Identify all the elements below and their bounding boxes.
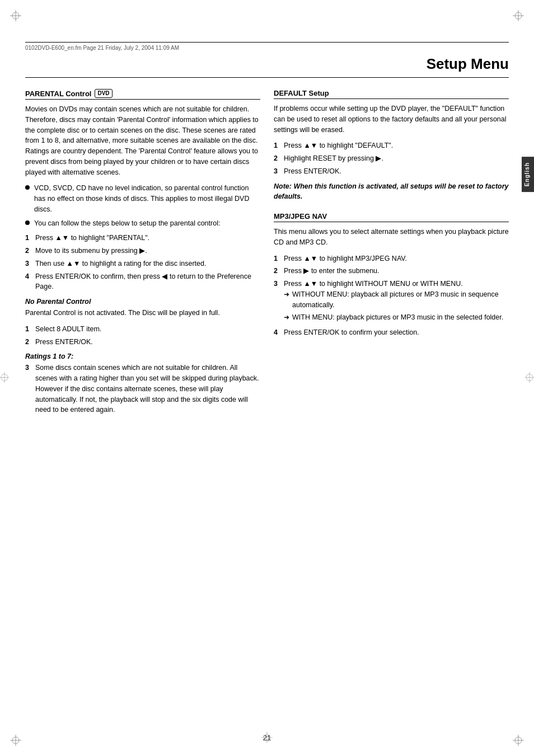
mp3-step-num-4: 4	[274, 327, 284, 338]
no-parental-step-num-1: 1	[25, 324, 35, 335]
mp3-step-num-1: 1	[274, 253, 284, 264]
mp3-jpeg-header: MP3/JPEG NAV	[274, 212, 509, 222]
step-4: 4 Press ENTER/OK to confirm, then press …	[25, 271, 260, 293]
ratings-steps: 3 Some discs contain scenes which are no…	[25, 363, 260, 415]
step-num-4: 4	[25, 271, 35, 282]
mp3-jpeg-title: MP3/JPEG NAV	[274, 212, 327, 220]
step-num-3: 3	[25, 259, 35, 269]
step-text-1: Press ▲▼ to highlight "PARENTAL".	[35, 233, 260, 243]
ratings-step-text-3: Some discs contain scenes which are not …	[35, 363, 260, 415]
default-setup-title: DEFAULT Setup	[274, 89, 329, 97]
mp3-step-num-2: 2	[274, 266, 284, 276]
step-num-2: 2	[25, 246, 35, 256]
no-parental-step-num-2: 2	[25, 337, 35, 348]
default-step-num-2: 2	[274, 153, 284, 164]
default-steps: 1 Press ▲▼ to highlight "DEFAULT". 2 Hig…	[274, 140, 509, 176]
default-setup-body: If problems occur while setting up the D…	[274, 104, 509, 135]
default-step-2: 2 Highlight RESET by pressing ▶.	[274, 153, 509, 164]
ratings-step-3: 3 Some discs contain scenes which are no…	[25, 363, 260, 415]
corner-mark-bl	[10, 735, 21, 746]
mp3-step-2: 2 Press ▶ to enter the submenu.	[274, 266, 509, 276]
parental-main-steps: 1 Press ▲▼ to highlight "PARENTAL". 2 Mo…	[25, 233, 260, 292]
page-title: Setup Menu	[427, 55, 509, 72]
bottom-cross-mark	[261, 732, 273, 745]
without-menu-text: WITHOUT MENU: playback all pictures or M…	[292, 289, 509, 311]
file-info: 0102DVD-E600_en.fm Page 21 Friday, July …	[25, 45, 509, 51]
mp3-step-text-2: Press ▶ to enter the submenu.	[284, 266, 509, 276]
left-column: PARENTAL Control DVD Movies on DVDs may …	[25, 89, 260, 420]
no-parental-header: No Parental Control	[25, 298, 260, 306]
page-title-container: Setup Menu	[25, 55, 509, 78]
content-columns: PARENTAL Control DVD Movies on DVDs may …	[25, 89, 509, 420]
mp3-step-text-3: Press ▲▼ to highlight WITHOUT MENU or WI…	[284, 279, 509, 325]
step-text-2: Move to its submenu by pressing ▶.	[35, 246, 260, 256]
no-parental-step-1: 1 Select 8 ADULT item.	[25, 324, 260, 335]
parental-intro-text: Movies on DVDs may contain scenes which …	[25, 104, 260, 177]
default-step-text-3: Press ENTER/OK.	[284, 166, 509, 177]
no-parental-step-text-2: Press ENTER/OK.	[35, 337, 260, 348]
default-setup-header: DEFAULT Setup	[274, 89, 509, 99]
bullet-text-2: You can follow the steps below to setup …	[34, 218, 220, 229]
edge-mark-right	[525, 372, 534, 384]
edge-mark-left	[0, 372, 9, 384]
corner-mark-tr	[513, 10, 524, 21]
default-step-num-3: 3	[274, 166, 284, 177]
step-text-3: Then use ▲▼ to highlight a rating for th…	[35, 259, 260, 269]
with-menu-text: WITH MENU: playback pictures or MP3 musi…	[292, 312, 503, 323]
bullet-item-2: You can follow the steps below to setup …	[25, 218, 260, 229]
mp3-step-1: 1 Press ▲▼ to highlight MP3/JPEG NAV.	[274, 253, 509, 264]
mp3-step-text-4: Press ENTER/OK to confirm your selection…	[284, 327, 509, 338]
arrow-bullet-with: ➜ WITH MENU: playback pictures or MP3 mu…	[284, 312, 509, 323]
bullet-dot-1	[25, 185, 30, 190]
language-tab: English	[522, 157, 534, 192]
bullet-dot-2	[25, 220, 30, 225]
arrow-bullet-without: ➜ WITHOUT MENU: playback all pictures or…	[284, 289, 509, 311]
bullet-text-1: VCD, SVCD, CD have no level indication, …	[34, 183, 260, 214]
mp3-step-text-1: Press ▲▼ to highlight MP3/JPEG NAV.	[284, 253, 509, 264]
mp3-step-num-3: 3	[274, 279, 284, 289]
arrow-ptr-without: ➜	[284, 289, 289, 299]
default-step-text-2: Highlight RESET by pressing ▶.	[284, 153, 509, 164]
bullet-item-1: VCD, SVCD, CD have no level indication, …	[25, 183, 260, 214]
step-text-4: Press ENTER/OK to confirm, then press ◀ …	[35, 271, 260, 293]
page-container: 0102DVD-E600_en.fm Page 21 Friday, July …	[0, 0, 534, 756]
no-parental-step-text-1: Select 8 ADULT item.	[35, 324, 260, 335]
step-1: 1 Press ▲▼ to highlight "PARENTAL".	[25, 233, 260, 243]
parental-control-header: PARENTAL Control DVD	[25, 89, 260, 100]
step-2: 2 Move to its submenu by pressing ▶.	[25, 246, 260, 256]
corner-mark-tl	[10, 10, 21, 21]
mp3-steps: 1 Press ▲▼ to highlight MP3/JPEG NAV. 2 …	[274, 253, 509, 338]
corner-mark-br	[513, 735, 524, 746]
mp3-step-3: 3 Press ▲▼ to highlight WITHOUT MENU or …	[274, 279, 509, 325]
step-num-1: 1	[25, 233, 35, 243]
default-note: Note: When this function is activated, a…	[274, 181, 509, 203]
ratings-header: Ratings 1 to 7:	[25, 353, 260, 360]
no-parental-body: Parental Control is not activated. The D…	[25, 308, 260, 318]
no-parental-steps: 1 Select 8 ADULT item. 2 Press ENTER/OK.	[25, 324, 260, 348]
parental-bullet-list: VCD, SVCD, CD have no level indication, …	[25, 183, 260, 228]
no-parental-step-2: 2 Press ENTER/OK.	[25, 337, 260, 348]
default-step-text-1: Press ▲▼ to highlight "DEFAULT".	[284, 140, 509, 151]
parental-control-title: PARENTAL Control	[25, 90, 91, 98]
mp3-jpeg-body: This menu allows you to select alternate…	[274, 227, 509, 248]
default-step-num-1: 1	[274, 140, 284, 151]
ratings-step-num-3: 3	[25, 363, 35, 373]
default-step-3: 3 Press ENTER/OK.	[274, 166, 509, 177]
arrow-ptr-with: ➜	[284, 312, 289, 322]
right-column: DEFAULT Setup If problems occur while se…	[274, 89, 509, 420]
mp3-step-4: 4 Press ENTER/OK to confirm your selecti…	[274, 327, 509, 338]
default-step-1: 1 Press ▲▼ to highlight "DEFAULT".	[274, 140, 509, 151]
header-bar: 0102DVD-E600_en.fm Page 21 Friday, July …	[25, 42, 509, 51]
step-3: 3 Then use ▲▼ to highlight a rating for …	[25, 259, 260, 269]
dvd-badge: DVD	[95, 89, 112, 98]
